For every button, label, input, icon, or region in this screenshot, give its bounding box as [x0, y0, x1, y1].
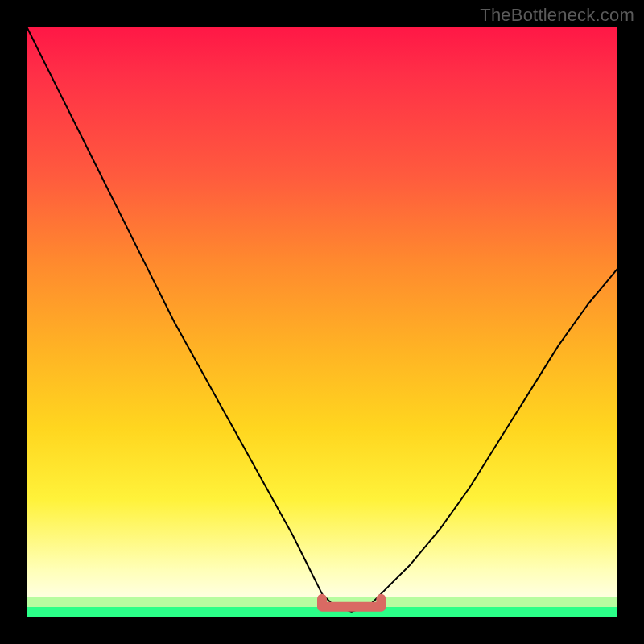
trough-highlight: [322, 599, 381, 607]
watermark-text: TheBottleneck.com: [480, 5, 634, 26]
chart-frame: TheBottleneck.com: [0, 0, 644, 644]
curve-svg: [27, 27, 617, 617]
plot-area: [27, 27, 617, 617]
bottleneck-curve: [27, 27, 617, 612]
